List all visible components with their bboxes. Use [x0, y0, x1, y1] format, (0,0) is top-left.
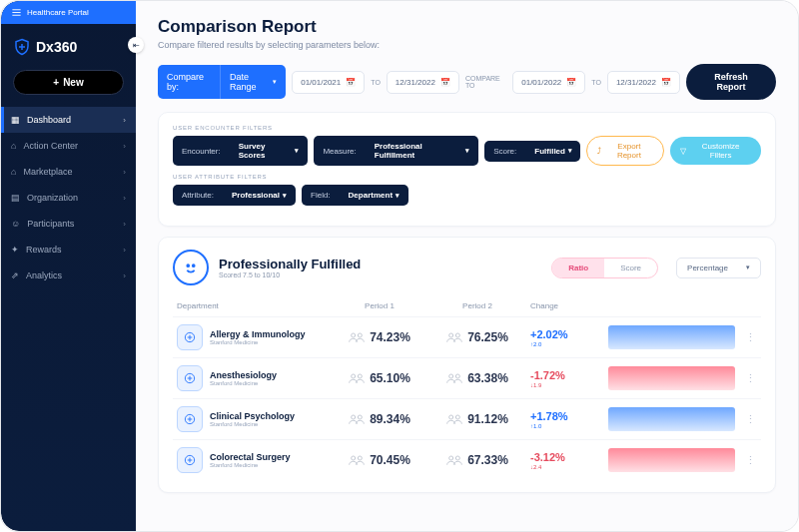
- filter-pill[interactable]: Encounter:Survey Scores▾: [173, 136, 308, 166]
- svg-point-6: [455, 333, 459, 337]
- svg-point-9: [358, 374, 362, 378]
- building-icon: ▤: [11, 193, 20, 203]
- date-to-b[interactable]: 12/31/2022📅: [607, 71, 680, 94]
- period1-cell: 70.45%: [335, 453, 424, 467]
- table-row: Allergy & ImmunologyStanford Medicine74.…: [173, 316, 761, 357]
- compare-by-value: Date Range: [230, 72, 270, 92]
- row-more-button[interactable]: ⋮: [743, 413, 757, 426]
- svg-point-8: [352, 374, 356, 378]
- export-button[interactable]: ⤴Export Report: [586, 136, 665, 166]
- metric-card: Professionally Fulfilled Scored 7.5 to 1…: [158, 237, 776, 493]
- dept-org: Stanford Medicine: [210, 339, 306, 345]
- toggle-score[interactable]: Score: [604, 259, 657, 277]
- compare-to-label: COMPARE TO: [465, 75, 506, 89]
- change-cell: -3.12%↓2.4: [530, 451, 600, 470]
- upload-icon: ⤴: [597, 147, 601, 156]
- main-content: Comparison Report Compare filtered resul…: [136, 1, 798, 531]
- sparkline: [608, 325, 735, 349]
- col-period2: Period 2: [432, 301, 522, 310]
- sidebar-item-organization[interactable]: ▤Organization›: [1, 185, 136, 211]
- svg-point-15: [449, 415, 453, 419]
- gift-icon: ✦: [11, 245, 19, 255]
- svg-point-5: [449, 333, 453, 337]
- sidebar-item-participants[interactable]: ☺Participants›: [1, 211, 136, 237]
- dept-icon: [177, 406, 203, 432]
- metric-title: Professionally Fulfilled: [219, 257, 361, 271]
- nav-label: Participants: [27, 219, 74, 229]
- sidebar-item-action-center[interactable]: ⌂Action Center›: [1, 133, 136, 159]
- row-more-button[interactable]: ⋮: [743, 331, 757, 344]
- filter-pill[interactable]: Measure:Professional Fulfillment▾: [314, 136, 478, 166]
- filter-pill[interactable]: Attribute:Professional▾: [173, 185, 296, 206]
- attribute-filters-label: USER ATTRIBUTE FILTERS: [173, 174, 761, 180]
- chevron-down-icon: ▾: [295, 147, 299, 155]
- ratio-score-toggle[interactable]: Ratio Score: [551, 258, 658, 278]
- filter-pill[interactable]: Field:Department▾: [302, 185, 408, 206]
- sidebar-item-rewards[interactable]: ✦Rewards›: [1, 237, 136, 263]
- filter-pill[interactable]: Score:Fulfilled▾: [484, 141, 579, 162]
- chevron-right-icon: ›: [123, 116, 126, 125]
- collapse-sidebar-button[interactable]: ⇤: [128, 37, 144, 53]
- calendar-icon: 📅: [346, 78, 356, 87]
- change-cell: +1.78%↑1.0: [530, 410, 600, 429]
- compare-by-selector[interactable]: Compare by: Date Range▾: [158, 65, 286, 99]
- new-button[interactable]: + New: [13, 70, 124, 95]
- portal-banner[interactable]: Healthcare Portal: [1, 1, 136, 24]
- svg-point-11: [455, 374, 459, 378]
- date-from-a[interactable]: 01/01/2021📅: [292, 71, 365, 94]
- to-label-1: TO: [371, 79, 381, 86]
- svg-point-1: [193, 265, 195, 266]
- sidebar-item-marketplace[interactable]: ⌂Marketplace›: [1, 159, 136, 185]
- nav-label: Dashboard: [27, 115, 71, 125]
- chevron-down-icon: ▾: [396, 192, 400, 200]
- row-more-button[interactable]: ⋮: [743, 372, 757, 385]
- date-to-a[interactable]: 12/31/2022📅: [387, 71, 459, 94]
- to-label-2: TO: [591, 79, 601, 86]
- period1-cell: 74.23%: [335, 330, 424, 344]
- dept-icon: [177, 447, 203, 473]
- customize-filters-button[interactable]: ▽Customize Filters: [670, 137, 761, 165]
- period2-cell: 63.38%: [432, 371, 522, 385]
- chevron-down-icon: ▾: [568, 147, 572, 155]
- row-more-button[interactable]: ⋮: [743, 454, 757, 467]
- chart-icon: ⇗: [11, 270, 19, 280]
- dept-org: Stanford Medicine: [210, 462, 291, 468]
- sidebar-item-analytics[interactable]: ⇗Analytics›: [1, 263, 136, 288]
- svg-point-4: [358, 333, 362, 337]
- dept-cell: Clinical PsychologyStanford Medicine: [177, 406, 327, 432]
- app-logo: Dx360: [1, 24, 136, 66]
- dept-icon: [177, 324, 203, 350]
- svg-point-10: [449, 374, 453, 378]
- refresh-button[interactable]: Refresh Report: [686, 64, 776, 100]
- chevron-right-icon: ›: [123, 246, 126, 255]
- dept-name: Clinical Psychology: [210, 411, 295, 421]
- dept-org: Stanford Medicine: [210, 380, 277, 386]
- calendar-icon: 📅: [661, 78, 671, 87]
- sparkline: [608, 366, 735, 390]
- period1-cell: 65.10%: [335, 371, 424, 385]
- encounter-filters-label: USER ENCOUNTER FILTERS: [173, 125, 761, 131]
- sparkline: [608, 448, 735, 472]
- dept-cell: AnesthesiologyStanford Medicine: [177, 365, 327, 391]
- portal-label: Healthcare Portal: [27, 8, 89, 17]
- sidebar-item-dashboard[interactable]: ▦Dashboard›: [1, 107, 136, 133]
- unit-selector[interactable]: Percentage ▾: [676, 258, 761, 278]
- change-cell: +2.02%↑2.0: [530, 328, 600, 347]
- nav-label: Rewards: [26, 245, 62, 255]
- period1-cell: 89.34%: [335, 412, 424, 426]
- menu-icon: [11, 7, 22, 18]
- svg-point-3: [352, 333, 356, 337]
- chevron-down-icon: ▾: [465, 147, 469, 155]
- brand-name: Dx360: [36, 39, 77, 55]
- chevron-right-icon: ›: [123, 220, 126, 229]
- dept-name: Allergy & Immunology: [210, 329, 306, 339]
- date-from-b[interactable]: 01/01/2022📅: [512, 71, 585, 94]
- shield-icon: [13, 38, 31, 56]
- sparkline: [608, 407, 735, 431]
- toggle-ratio[interactable]: Ratio: [552, 259, 604, 277]
- nav-list: ▦Dashboard›⌂Action Center›⌂Marketplace›▤…: [1, 107, 136, 288]
- bag-icon: ⌂: [11, 167, 16, 177]
- period2-cell: 67.33%: [432, 453, 522, 467]
- nav-label: Analytics: [26, 270, 62, 280]
- table-header: Department Period 1 Period 2 Change: [173, 295, 761, 316]
